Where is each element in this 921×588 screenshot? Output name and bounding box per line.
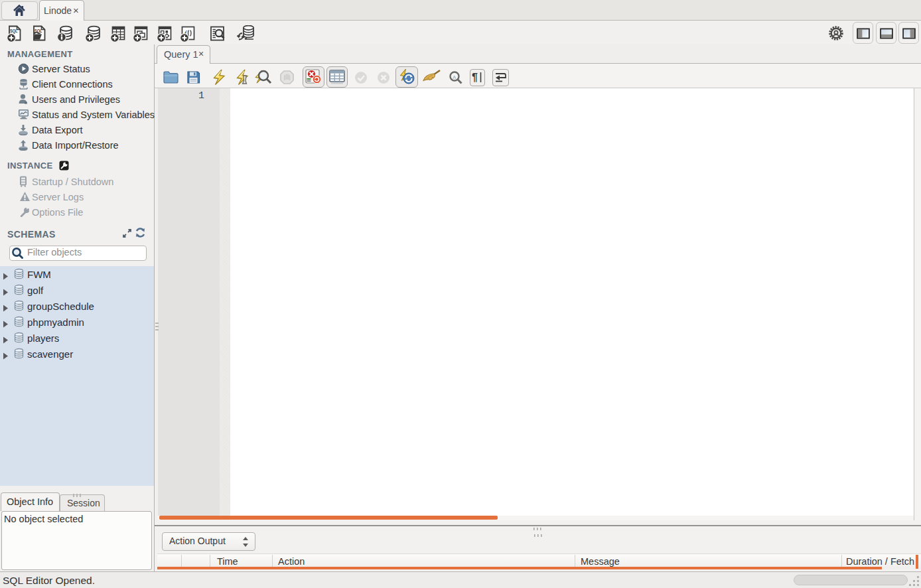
svg-text:A: A bbox=[453, 74, 457, 80]
svg-text:SQL: SQL bbox=[10, 28, 18, 34]
svg-text:¶: ¶ bbox=[472, 72, 478, 83]
